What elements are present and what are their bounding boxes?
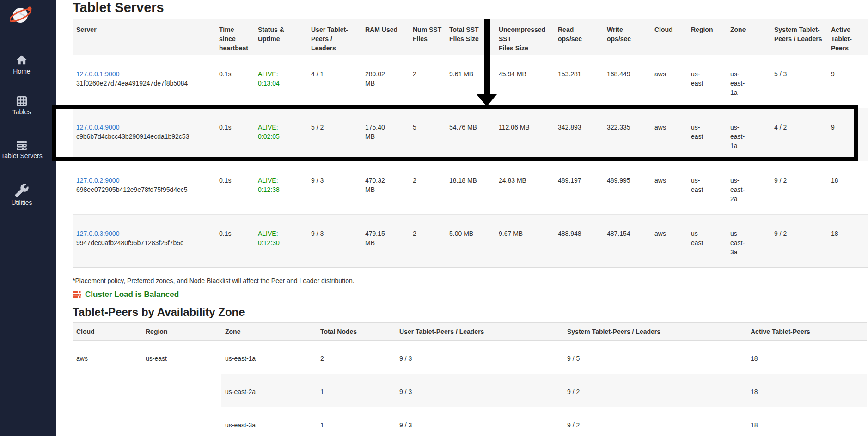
server-uuid: 9947dec0afb2480f95b71283f25f7b5c (76, 238, 212, 247)
cell-cloud: aws (651, 108, 687, 161)
sidebar-item-utilities[interactable]: Utilities (0, 183, 43, 206)
cell-sst-size: 18.18 MB (446, 161, 495, 215)
status-alive: ALIVE: (258, 229, 304, 238)
az-cell-cloud: aws (73, 341, 142, 438)
cell-active-peers: 18 (827, 161, 868, 215)
cell-write-ops: 487.154 (603, 215, 651, 268)
cell-num-sst: 2 (409, 55, 446, 108)
az-column-total-nodes: Total Nodes (317, 323, 396, 341)
status-uptime: 0:13:04 (258, 79, 304, 88)
tablet-servers-icon (15, 139, 29, 151)
cell-uncompressed: 9.67 MB (495, 215, 554, 268)
cell-user-peers: 9 / 3 (307, 161, 361, 215)
sidebar-item-label: Tablet Servers (0, 153, 43, 160)
cell-write-ops: 322.335 (603, 108, 651, 161)
server-uuid: 698ee072905b412e9e78fd75f95d4ec5 (76, 185, 212, 194)
cell-uncompressed: 45.94 MB (495, 55, 554, 108)
az-section-title: Tablet-Peers by Availability Zone (73, 306, 868, 319)
cell-active-peers: 9 (827, 55, 868, 108)
cell-heartbeat: 0.1s (215, 55, 254, 108)
cell-region: us-east (687, 55, 727, 108)
column-header-user-peers: User Tablet-Peers / Leaders (307, 19, 361, 55)
cell-status: ALIVE:0:13:04 (254, 55, 307, 108)
cell-ram: 470.32 MB (361, 161, 409, 215)
column-header-server: Server (73, 19, 215, 55)
cell-active-peers: 18 (827, 215, 868, 268)
main-content: Tablet Servers Server Time since heartbe… (56, 0, 868, 438)
sidebar-item-label: Utilities (0, 199, 43, 206)
cell-status: ALIVE:0:02:05 (254, 108, 307, 161)
cluster-load-icon (73, 291, 81, 299)
server-uuid: c9b6b7d4cbcc43b290914ecda1b92c53 (76, 132, 212, 141)
sidebar-item-label: Home (0, 68, 43, 75)
cell-write-ops: 168.449 (603, 55, 651, 108)
placement-footnote: *Placement policy, Preferred zones, and … (73, 277, 868, 284)
column-header-read-ops: Read ops/sec (554, 19, 603, 55)
cluster-load-status-row: Cluster Load is Balanced (73, 290, 868, 299)
cell-cloud: aws (651, 215, 687, 268)
cell-read-ops: 153.281 (554, 55, 603, 108)
cell-heartbeat: 0.1s (215, 161, 254, 215)
az-cell-active-peers: 18 (747, 341, 867, 374)
column-header-active-peers: Active Tablet-Peers (827, 19, 868, 55)
column-header-sst-size: Total SST Files Size (446, 19, 495, 55)
cell-read-ops: 489.197 (554, 161, 603, 215)
az-row: aws us-east us-east-1a 2 9 / 3 9 / 5 18 (73, 341, 867, 374)
az-cell-total-nodes: 1 (317, 407, 396, 438)
az-cell-zone: us-east-1a (221, 341, 317, 374)
az-column-system-peers: System Tablet-Peers / Leaders (563, 323, 747, 341)
az-column-zone: Zone (221, 323, 317, 341)
az-column-user-peers: User Tablet-Peers / Leaders (396, 323, 563, 341)
cell-zone: us-east-2a (727, 161, 770, 215)
column-header-region: Region (687, 19, 727, 55)
az-header-row: Cloud Region Zone Total Nodes User Table… (73, 323, 867, 341)
sidebar-item-label: Tables (0, 109, 43, 116)
cell-ram: 289.02 MB (361, 55, 409, 108)
status-uptime: 0:12:30 (258, 238, 304, 247)
logo[interactable] (10, 3, 32, 27)
az-cell-total-nodes: 1 (317, 374, 396, 407)
cell-cloud: aws (651, 161, 687, 215)
server-address-link[interactable]: 127.0.0.2:9000 (76, 177, 119, 184)
logo-planet-icon (10, 3, 32, 27)
status-uptime: 0:02:05 (258, 132, 304, 141)
az-cell-active-peers: 18 (747, 374, 867, 407)
cell-server: 127.0.0.2:9000698ee072905b412e9e78fd75f9… (73, 161, 215, 215)
server-row: 127.0.0.1:900031f0260e27d74ea4919247de7f… (73, 55, 868, 108)
cell-num-sst: 5 (409, 108, 446, 161)
az-cell-system-peers: 9 / 2 (563, 407, 747, 438)
az-table: Cloud Region Zone Total Nodes User Table… (73, 322, 867, 438)
sidebar-item-home[interactable]: Home (0, 54, 43, 75)
az-column-active-peers: Active Tablet-Peers (747, 323, 867, 341)
cell-uncompressed: 24.83 MB (495, 161, 554, 215)
cell-system-peers: 4 / 2 (770, 108, 827, 161)
column-header-ram: RAM Used (361, 19, 409, 55)
cell-cloud: aws (651, 55, 687, 108)
server-row-highlighted: 127.0.0.4:9000c9b6b7d4cbcc43b290914ecda1… (73, 108, 868, 161)
server-address-link[interactable]: 127.0.0.3:9000 (76, 230, 119, 237)
sidebar-item-tables[interactable]: Tables (0, 95, 43, 116)
cell-zone: us-east-1a (727, 108, 770, 161)
cell-system-peers: 5 / 3 (770, 55, 827, 108)
cell-sst-size: 9.61 MB (446, 55, 495, 108)
tablet-servers-table: Server Time since heartbeat Status & Upt… (73, 19, 868, 268)
cell-user-peers: 5 / 2 (307, 108, 361, 161)
sidebar: Home Tables (0, 0, 56, 436)
server-address-link[interactable]: 127.0.0.4:9000 (76, 123, 119, 131)
az-column-cloud: Cloud (73, 323, 142, 341)
cell-server: 127.0.0.4:9000c9b6b7d4cbcc43b290914ecda1… (73, 108, 215, 161)
page-title: Tablet Servers (73, 0, 868, 15)
column-header-status: Status & Uptime (254, 19, 307, 55)
server-uuid: 31f0260e27d74ea4919247de7f8b5084 (76, 79, 212, 88)
cell-system-peers: 9 / 2 (770, 161, 827, 215)
home-icon (15, 54, 29, 67)
server-address-link[interactable]: 127.0.0.1:9000 (76, 70, 119, 78)
az-cell-zone: us-east-3a (221, 407, 317, 438)
cell-region: us-east (687, 215, 727, 268)
status-alive: ALIVE: (258, 69, 304, 79)
tables-icon (15, 95, 28, 107)
sidebar-item-tablet-servers[interactable]: Tablet Servers (0, 139, 43, 160)
column-header-uncompressed: Uncompressed SST Files Size (495, 19, 554, 55)
cell-sst-size: 54.76 MB (446, 108, 495, 161)
az-cell-user-peers: 9 / 3 (396, 407, 563, 438)
